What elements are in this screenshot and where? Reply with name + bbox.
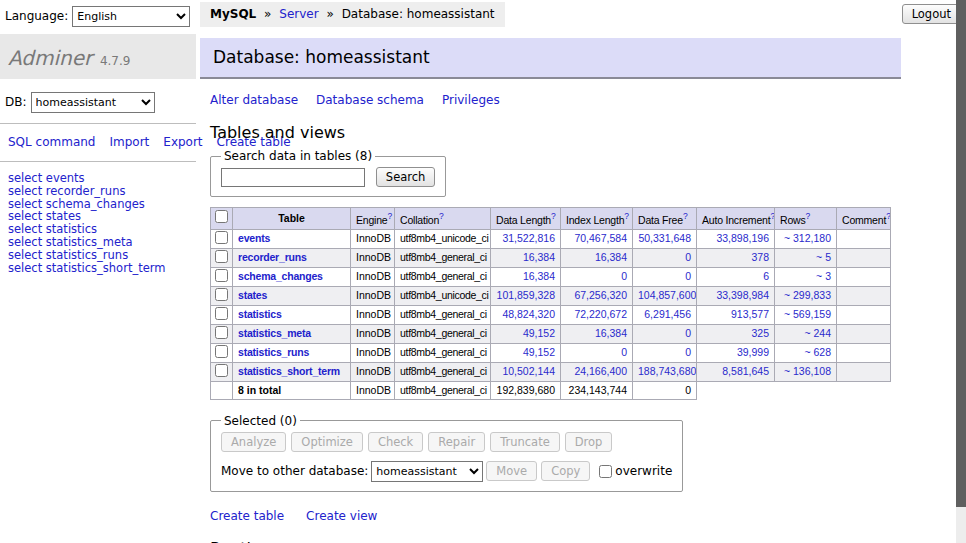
rows-cell-link[interactable]: ~ 136,108 bbox=[784, 365, 831, 377]
nav-link-alter-database[interactable]: Alter database bbox=[210, 93, 298, 107]
data-length-cell-link[interactable]: 16,384 bbox=[523, 251, 555, 263]
selected-actions-row: AnalyzeOptimizeCheckRepairTruncateDrop bbox=[221, 432, 672, 452]
table-name-link[interactable]: events bbox=[238, 232, 270, 244]
auto-increment-cell-link[interactable]: 8,581,645 bbox=[722, 365, 769, 377]
total-index-length-cell: 234,143,744 bbox=[561, 381, 633, 399]
auto-increment-cell-link[interactable]: 39,999 bbox=[737, 346, 769, 358]
language-select[interactable]: English bbox=[72, 6, 190, 27]
collation-cell: utf8mb4_unicode_ci bbox=[395, 229, 491, 248]
table-name-link[interactable]: statistics bbox=[238, 308, 282, 320]
column-help-link[interactable]: ? bbox=[683, 211, 688, 221]
data-length-cell-link[interactable]: 48,824,320 bbox=[502, 308, 555, 320]
db-select[interactable]: homeassistant bbox=[31, 92, 155, 113]
sidebar-link-import[interactable]: Import bbox=[109, 135, 149, 149]
search-input[interactable] bbox=[221, 168, 365, 187]
column-help-link[interactable]: ? bbox=[388, 211, 393, 221]
rows-cell-link[interactable]: ~ 299,833 bbox=[784, 289, 831, 301]
index-length-cell-link[interactable]: 70,467,584 bbox=[574, 232, 627, 244]
auto-increment-cell-link[interactable]: 6 bbox=[763, 270, 769, 282]
collation-cell: utf8mb4_general_ci bbox=[395, 324, 491, 343]
data-length-cell-link[interactable]: 16,384 bbox=[523, 270, 555, 282]
logout-button[interactable]: Logout bbox=[902, 4, 961, 24]
table-name-cell: statistics_meta bbox=[233, 324, 351, 343]
nav-link-database-schema[interactable]: Database schema bbox=[316, 93, 424, 107]
data-free-cell-link[interactable]: 6,291,456 bbox=[644, 308, 691, 320]
column-help-link[interactable]: ? bbox=[770, 211, 774, 221]
sidebar-link-sql-command[interactable]: SQL command bbox=[8, 135, 95, 149]
data-length-cell: 48,824,320 bbox=[491, 305, 561, 324]
overwrite-checkbox[interactable] bbox=[599, 465, 612, 478]
move-label: Move to other database: bbox=[221, 464, 368, 478]
vertical-scrollbar[interactable] bbox=[956, 0, 966, 543]
index-length-cell-link[interactable]: 16,384 bbox=[595, 327, 627, 339]
column-help-link[interactable]: ? bbox=[886, 211, 890, 221]
total-engine-cell: InnoDB bbox=[351, 381, 395, 399]
data-length-cell-link[interactable]: 101,859,328 bbox=[497, 289, 555, 301]
index-length-cell-link[interactable]: 0 bbox=[621, 346, 627, 358]
index-length-cell-link[interactable]: 72,220,672 bbox=[574, 308, 627, 320]
index-length-cell-link[interactable]: 16,384 bbox=[595, 251, 627, 263]
table-name-link[interactable]: states bbox=[238, 289, 267, 301]
row-checkbox[interactable] bbox=[215, 345, 228, 358]
data-free-cell-link[interactable]: 0 bbox=[685, 270, 691, 282]
auto-increment-cell-link[interactable]: 378 bbox=[751, 251, 769, 263]
data-free-cell-link[interactable]: 50,331,648 bbox=[638, 232, 691, 244]
table-name-link[interactable]: recorder_runs bbox=[238, 251, 307, 263]
auto-increment-cell-link[interactable]: 33,898,196 bbox=[716, 232, 769, 244]
rows-cell-link[interactable]: ~ 569,159 bbox=[784, 308, 831, 320]
auto-increment-cell-link[interactable]: 913,577 bbox=[731, 308, 769, 320]
breadcrumb-server-link[interactable]: Server bbox=[279, 7, 318, 21]
index-length-cell: 67,256,320 bbox=[561, 286, 633, 305]
routines-section-title: Routines bbox=[210, 539, 956, 543]
data-free-cell-link[interactable]: 0 bbox=[685, 346, 691, 358]
create-table-link[interactable]: Create table bbox=[210, 509, 284, 523]
table-name-link[interactable]: statistics_runs bbox=[238, 346, 309, 358]
index-length-cell-link[interactable]: 24,166,400 bbox=[574, 365, 627, 377]
data-free-cell-link[interactable]: 0 bbox=[685, 251, 691, 263]
row-checkbox[interactable] bbox=[215, 326, 228, 339]
index-length-cell: 72,220,672 bbox=[561, 305, 633, 324]
row-checkbox[interactable] bbox=[215, 364, 228, 377]
index-length-cell-link[interactable]: 67,256,320 bbox=[574, 289, 627, 301]
table-name-link[interactable]: schema_changes bbox=[238, 270, 323, 282]
row-checkbox[interactable] bbox=[215, 250, 228, 263]
table-name-link[interactable]: statistics_short_term bbox=[238, 365, 340, 377]
selected-fieldset: Selected (0) AnalyzeOptimizeCheckRepairT… bbox=[210, 414, 683, 492]
row-checkbox[interactable] bbox=[215, 288, 228, 301]
rows-cell-link[interactable]: ~ 3 bbox=[816, 270, 831, 282]
data-length-cell-link[interactable]: 10,502,144 bbox=[502, 365, 555, 377]
column-help-link[interactable]: ? bbox=[439, 211, 444, 221]
column-help-link[interactable]: ? bbox=[624, 211, 629, 221]
data-length-cell: 16,384 bbox=[491, 248, 561, 267]
data-length-cell-link[interactable]: 49,152 bbox=[523, 346, 555, 358]
nav-link-privileges[interactable]: Privileges bbox=[442, 93, 500, 107]
row-checkbox[interactable] bbox=[215, 307, 228, 320]
data-free-cell-link[interactable]: 188,743,680 bbox=[638, 365, 696, 377]
row-checkbox[interactable] bbox=[215, 231, 228, 244]
sidebar-link-export[interactable]: Export bbox=[163, 135, 202, 149]
rows-cell-link[interactable]: ~ 312,180 bbox=[784, 232, 831, 244]
auto-increment-cell-link[interactable]: 33,398,984 bbox=[716, 289, 769, 301]
table-name-link[interactable]: statistics_meta bbox=[238, 327, 311, 339]
auto-increment-cell-link[interactable]: 325 bbox=[751, 327, 769, 339]
rows-cell-link[interactable]: ~ 5 bbox=[816, 251, 831, 263]
search-button[interactable]: Search bbox=[376, 167, 436, 187]
scrollbar-thumb[interactable] bbox=[956, 0, 966, 507]
sidebar-link-select-statistics-short-term[interactable]: select statistics_short_term bbox=[8, 261, 165, 275]
index-length-cell-link[interactable]: 0 bbox=[621, 270, 627, 282]
column-header-label: Rows bbox=[780, 214, 805, 226]
app-logo: Adminer 4.7.9 bbox=[0, 34, 196, 79]
rows-cell-link[interactable]: ~ 628 bbox=[804, 346, 831, 358]
rows-cell: ~ 244 bbox=[775, 324, 837, 343]
column-help-link[interactable]: ? bbox=[551, 211, 556, 221]
data-length-cell-link[interactable]: 49,152 bbox=[523, 327, 555, 339]
row-checkbox[interactable] bbox=[215, 269, 228, 282]
column-help-link[interactable]: ? bbox=[805, 211, 810, 221]
move-db-select[interactable]: homeassistant bbox=[371, 461, 483, 482]
rows-cell-link[interactable]: ~ 244 bbox=[804, 327, 831, 339]
data-length-cell-link[interactable]: 31,522,816 bbox=[502, 232, 555, 244]
create-view-link[interactable]: Create view bbox=[306, 509, 377, 523]
select-all-checkbox[interactable] bbox=[215, 210, 228, 223]
data-free-cell-link[interactable]: 104,857,600 bbox=[638, 289, 696, 301]
data-free-cell-link[interactable]: 0 bbox=[685, 327, 691, 339]
